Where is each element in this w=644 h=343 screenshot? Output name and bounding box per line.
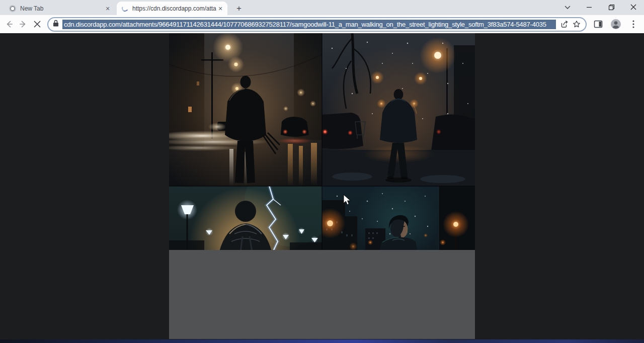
window-minimize-button[interactable] — [581, 0, 598, 14]
back-button[interactable] — [2, 17, 16, 31]
browser-toolbar: cdn.discordapp.com/attachments/966491171… — [0, 15, 644, 33]
taskbar-edge-strip — [0, 339, 644, 343]
stop-loading-button[interactable] — [30, 17, 44, 31]
share-icon[interactable] — [558, 18, 571, 30]
tab-close-icon[interactable]: × — [104, 5, 112, 13]
tab-new-tab[interactable]: New Tab × — [4, 2, 115, 15]
forward-button[interactable] — [16, 17, 30, 31]
window-restore-button[interactable] — [603, 0, 620, 14]
tab-close-icon[interactable]: × — [216, 5, 224, 13]
lock-icon[interactable] — [53, 20, 59, 29]
new-tab-button[interactable]: + — [232, 2, 246, 15]
image-grid-seam-vertical — [321, 33, 323, 250]
page-content — [0, 33, 644, 343]
tab-discord-cdn[interactable]: https://cdn.discordapp.com/atta × — [117, 2, 227, 15]
url-selected-text: cdn.discordapp.com/attachments/966491171… — [62, 20, 556, 29]
url-text-region[interactable]: cdn.discordapp.com/attachments/966491171… — [62, 20, 556, 29]
side-panel-icon[interactable] — [592, 18, 605, 31]
tab-search-chevron-icon[interactable] — [561, 2, 574, 13]
window-close-button[interactable] — [625, 0, 642, 14]
toolbar-right-cluster — [592, 18, 640, 31]
image-panel-top-right — [322, 33, 475, 186]
tab-strip: New Tab × https://cdn.discordapp.com/att… — [0, 0, 644, 15]
loading-spinner-icon — [121, 5, 129, 13]
bookmark-star-icon[interactable] — [571, 18, 583, 30]
image-loading-placeholder — [169, 250, 475, 339]
address-bar[interactable]: cdn.discordapp.com/attachments/966491171… — [47, 17, 587, 32]
tab-title: New Tab — [20, 5, 104, 12]
image-panel-top-left — [169, 33, 322, 186]
tab-title: https://cdn.discordapp.com/atta — [132, 5, 216, 12]
image-grid-seam-horizontal — [169, 186, 475, 187]
generated-image-grid[interactable] — [169, 33, 475, 339]
chrome-logo-icon — [9, 5, 16, 12]
profile-avatar-icon[interactable] — [609, 18, 622, 31]
menu-dots-icon[interactable] — [627, 18, 640, 31]
mouse-cursor — [343, 194, 352, 206]
